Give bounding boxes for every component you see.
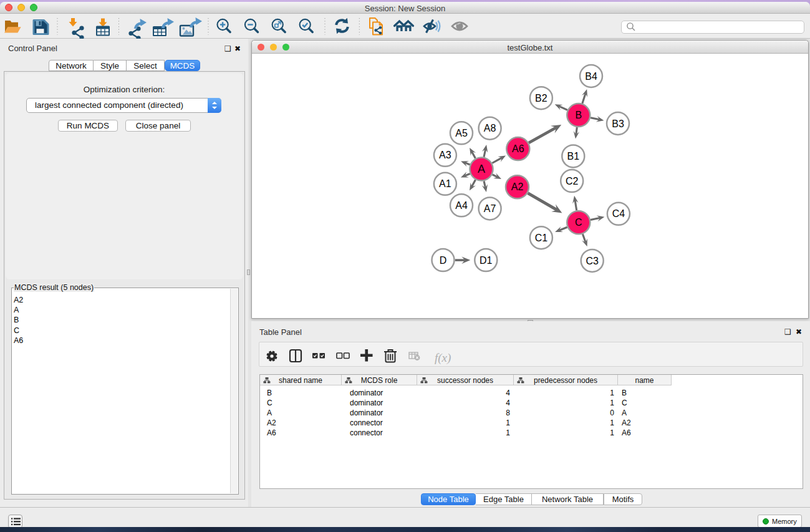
- svg-text:C4: C4: [612, 208, 625, 219]
- svg-text:B2: B2: [535, 93, 547, 104]
- svg-text:A8: A8: [484, 123, 496, 133]
- svg-text:A7: A7: [484, 203, 496, 214]
- svg-text:A2: A2: [511, 181, 524, 192]
- svg-text:A1: A1: [439, 178, 451, 189]
- svg-text:C: C: [575, 217, 582, 228]
- svg-text:A: A: [478, 163, 485, 175]
- svg-text:A3: A3: [439, 150, 451, 160]
- svg-text:B1: B1: [567, 151, 580, 162]
- svg-text:B3: B3: [612, 118, 624, 129]
- svg-text:C2: C2: [566, 176, 579, 186]
- svg-text:B: B: [575, 110, 582, 120]
- svg-text:B4: B4: [585, 71, 597, 82]
- svg-text:D1: D1: [480, 255, 493, 266]
- svg-text:A4: A4: [455, 200, 468, 211]
- svg-text:C1: C1: [535, 233, 548, 243]
- svg-text:A5: A5: [455, 128, 468, 138]
- svg-text:C3: C3: [586, 256, 599, 266]
- svg-text:f(x): f(x): [435, 351, 451, 365]
- svg-text:A6: A6: [512, 143, 524, 154]
- svg-text:D: D: [440, 255, 447, 266]
